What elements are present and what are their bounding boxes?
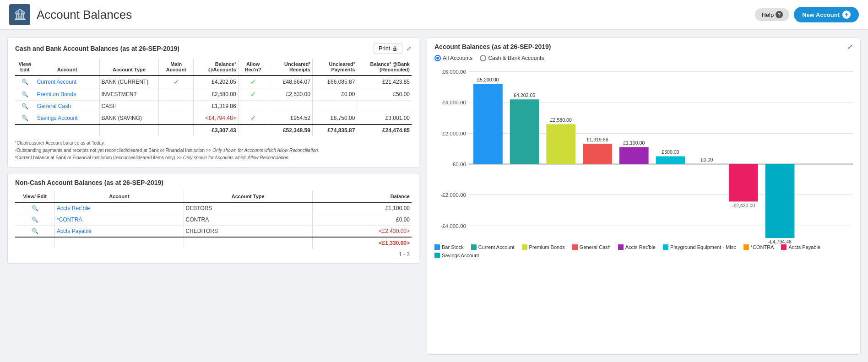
svg-text:£2,000.00: £2,000.00 [442,130,466,136]
legend-color [434,253,440,258]
help-button[interactable]: Help ? [755,8,789,21]
uncleared-receipts: £2,530.00 [268,88,312,101]
col-allow-rec: Allow Rec'n? [238,59,268,76]
svg-text:£5,200.00: £5,200.00 [477,77,499,82]
nc-search-icon-cell[interactable]: 🔍 [15,202,55,214]
balance-bank: £21,423.85 [357,76,412,88]
chart-panel-title: Account Balances (as at 26-SEP-2019) [434,43,551,50]
balance-bank: £50.00 [357,88,412,101]
chart-panel-header: Account Balances (as at 26-SEP-2019) ⤢ [434,43,853,50]
nc-account-type: CONTRA [184,214,312,226]
bar-general-cash [583,144,612,164]
nc-search-icon-cell[interactable]: 🔍 [15,214,55,226]
main-account-check [159,112,194,125]
svg-text:£2,580.00: £2,580.00 [550,117,572,123]
search-icon-cell[interactable]: 🔍 [15,76,35,88]
main-content: Cash and Bank Account Balances (as at 26… [0,30,868,362]
main-account-check: ✓ [159,76,194,88]
chart-expand-icon[interactable]: ⤢ [847,43,853,50]
bar-playground [656,157,685,164]
balance-bank [357,101,412,112]
col-main-account: Main Account [159,59,194,76]
radio-cash-dot [480,55,486,61]
bar-savings-account [765,164,795,238]
svg-text:£6,000.00: £6,000.00 [442,69,466,75]
legend-label: Savings Account [442,253,479,258]
allow-rec-check [238,101,268,112]
account-link[interactable]: Current Account [37,79,76,85]
allow-rec-check: ✓ [238,88,268,101]
noncash-table-row: 🔍 Accts Rec'ble DEBTORS £1,100.00 [15,202,412,214]
noncash-total: <£1,330.00> [312,237,412,249]
nc-account-link[interactable]: *CONTRA [57,216,82,223]
account-type: BANK (CURRENT) [99,76,159,88]
svg-text:£4,000.00: £4,000.00 [442,99,466,105]
radio-all-dot [434,55,441,61]
new-account-label: New Account [802,11,840,18]
cash-table-row: 🔍 Premium Bonds INVESTMENT £2,580.00 ✓ £… [15,88,412,101]
svg-text:-£4,794.48: -£4,794.48 [768,239,792,244]
col-balance1: Balance¹ @Accounts [194,59,238,76]
noncash-table: View/ Edit Account Account Type Balance … [15,191,412,249]
uncleared-receipts [268,101,312,112]
radio-cash-bank[interactable]: Cash & Bank Accounts [480,55,544,61]
uncleared-payments: £66,085.87 [312,76,357,88]
svg-text:£1,319.86: £1,319.86 [586,137,608,142]
legend-item: Savings Account [434,253,479,258]
total-balance-bank: £24,474.85 [357,124,412,136]
svg-text:£500.00: £500.00 [662,149,679,155]
cash-bank-panel: Cash and Bank Account Balances (as at 26… [7,37,419,167]
balance: £1,319.86 [194,101,238,112]
uncleared-payments: £8,750.00 [312,112,357,125]
account-type: BANK (SAVING) [99,112,159,125]
print-icon: 🖨 [392,45,397,52]
search-icon-cell[interactable]: 🔍 [15,88,35,101]
account-type: CASH [99,101,159,112]
svg-text:£0.00: £0.00 [701,157,713,162]
search-icon-cell[interactable]: 🔍 [15,112,35,125]
bar-bar-stock [473,84,503,164]
nc-account-link[interactable]: Accts Rec'ble [57,205,90,211]
noncash-panel: Non-Cash Account Balances (as at 26-SEP-… [7,173,419,264]
main-account-check [159,101,194,112]
expand-icon[interactable]: ⤢ [406,45,412,52]
col-account-type: Account Type [99,59,159,76]
total-uncleared-receipts: £52,348.59 [268,124,312,136]
nc-account-link[interactable]: Accts Payable [57,228,92,234]
help-label: Help [761,11,774,18]
balance: £4,202.05 [194,76,238,88]
allow-rec-check: ✓ [238,76,268,88]
svg-text:£1,100.00: £1,100.00 [623,140,645,146]
chart-container: £6,000.00 £4,000.00 £2,000.00 £0.00 -£2,… [434,67,853,241]
bar-chart-svg: £6,000.00 £4,000.00 £2,000.00 £0.00 -£2,… [434,67,853,252]
nc-balance: £1,100.00 [312,202,412,214]
noncash-table-row: 🔍 Accts Payable CREDITORS <£2,430.00> [15,226,412,238]
svg-text:£0.00: £0.00 [453,161,467,167]
cash-panel-actions: Print 🖨 ⤢ [374,43,412,54]
account-link[interactable]: Savings Account [37,115,78,121]
cash-panel-title: Cash and Bank Account Balances (as at 26… [15,45,179,52]
app-icon: 🏦 [9,4,30,25]
col-uncleared-payments: Uncleared² Payments [312,59,357,76]
new-account-button[interactable]: New Account + [794,7,859,22]
cash-table-row: 🔍 Current Account BANK (CURRENT) ✓ £4,20… [15,76,412,88]
account-link[interactable]: Premium Bonds [37,91,76,97]
nc-balance: <£2,430.00> [312,226,412,238]
bar-premium-bonds [546,124,575,164]
balance: £2,580.00 [194,88,238,101]
header-left: 🏦 Account Balances [9,4,132,25]
nc-col-account: Account [55,191,184,202]
svg-text:-£2,000.00: -£2,000.00 [440,192,466,198]
cash-panel-header: Cash and Bank Account Balances (as at 26… [15,43,412,54]
nc-col-balance: Balance [312,191,412,202]
uncleared-receipts: £954.52 [268,112,312,125]
total-balance: £3,307.43 [194,124,238,136]
print-button[interactable]: Print 🖨 [374,43,402,54]
cash-table-row: 🔍 Savings Account BANK (SAVING) <£4,794.… [15,112,412,125]
bar-accts-recble [619,147,649,164]
radio-all-accounts[interactable]: All Accounts [434,55,472,61]
account-link[interactable]: General Cash [37,103,71,109]
app-header: 🏦 Account Balances Help ? New Account + [0,0,868,30]
nc-search-icon-cell[interactable]: 🔍 [15,226,55,238]
search-icon-cell[interactable]: 🔍 [15,101,35,112]
